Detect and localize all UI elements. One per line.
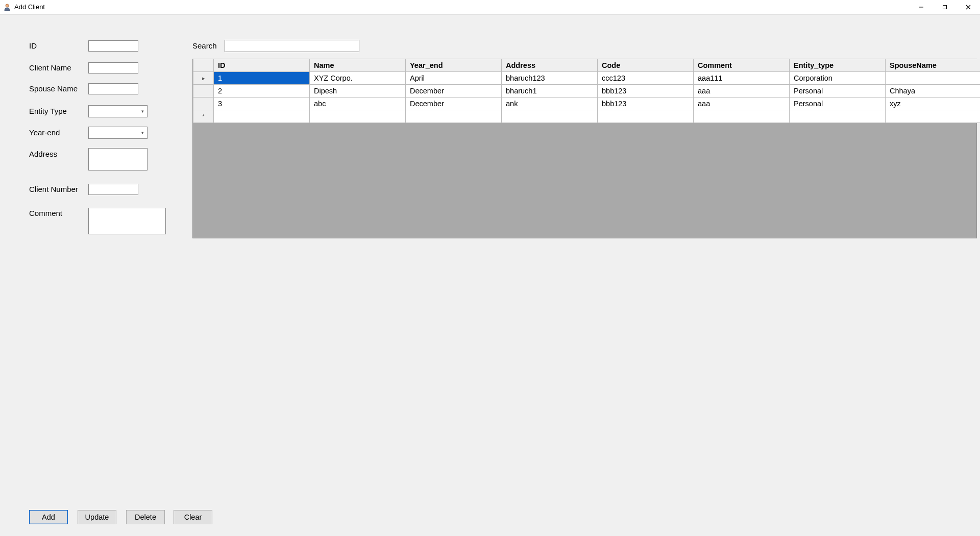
comment-label: Comment (29, 209, 62, 217)
svg-rect-2 (943, 6, 947, 9)
cell-code[interactable]: bbb123 (598, 98, 694, 110)
entity-type-combo[interactable]: ▾ (88, 105, 148, 117)
cell-comment[interactable]: aaa111 (694, 72, 790, 85)
svg-point-0 (6, 4, 9, 7)
row-indicator-new: * (193, 110, 214, 123)
grid-corner (193, 59, 214, 72)
cell-id[interactable]: 1 (214, 72, 310, 85)
col-entity-type[interactable]: Entity_type (790, 59, 886, 72)
comment-input[interactable] (88, 208, 166, 234)
search-label: Search (192, 41, 217, 50)
row-indicator (193, 98, 214, 110)
table-row[interactable]: 2 Dipesh December bharuch1 bbb123 aaa Pe… (193, 85, 981, 98)
address-label: Address (29, 150, 57, 158)
client-area: ID Client Name Spouse Name Entity Type ▾… (0, 15, 980, 536)
cell-year-end[interactable]: December (406, 85, 502, 98)
year-end-combo[interactable]: ▾ (88, 127, 148, 139)
cell-entity-type[interactable]: Personal (790, 85, 886, 98)
row-indicator (193, 85, 214, 98)
cell-id[interactable]: 3 (214, 98, 310, 110)
client-name-label: Client Name (29, 63, 71, 72)
table-row[interactable]: 3 abc December ank bbb123 aaa Personal x… (193, 98, 981, 110)
cell-address[interactable]: bharuch1 (502, 85, 598, 98)
cell-year-end[interactable]: April (406, 72, 502, 85)
col-id[interactable]: ID (214, 59, 310, 72)
client-name-input[interactable] (88, 62, 138, 74)
cell-name[interactable]: XYZ Corpo. (310, 72, 406, 85)
cell-year-end[interactable] (406, 110, 502, 123)
cell-code[interactable]: bbb123 (598, 85, 694, 98)
row-indicator-current: ▸ (193, 72, 214, 85)
search-input[interactable] (225, 40, 359, 52)
table-new-row[interactable]: * (193, 110, 981, 123)
cell-code[interactable] (598, 110, 694, 123)
client-grid[interactable]: ID Name Year_end Address Code Comment En… (192, 59, 977, 238)
cell-code[interactable]: ccc123 (598, 72, 694, 85)
cell-name[interactable]: abc (310, 98, 406, 110)
cell-comment[interactable]: aaa (694, 98, 790, 110)
cell-name[interactable]: Dipesh (310, 85, 406, 98)
col-comment[interactable]: Comment (694, 59, 790, 72)
col-name[interactable]: Name (310, 59, 406, 72)
table-row[interactable]: ▸ 1 XYZ Corpo. April bharuch123 ccc123 a… (193, 72, 981, 85)
spouse-name-label: Spouse Name (29, 84, 78, 93)
cell-id[interactable]: 2 (214, 85, 310, 98)
cell-spouse-name[interactable]: Chhaya (886, 85, 981, 98)
year-end-label: Year-end (29, 128, 60, 137)
cell-address[interactable]: bharuch123 (502, 72, 598, 85)
cell-address[interactable]: ank (502, 98, 598, 110)
close-button[interactable] (957, 0, 980, 14)
id-label: ID (29, 41, 37, 50)
app-icon (3, 3, 11, 11)
entity-type-label: Entity Type (29, 107, 67, 115)
cell-entity-type[interactable]: Personal (790, 98, 886, 110)
cell-id[interactable] (214, 110, 310, 123)
id-input[interactable] (88, 40, 138, 52)
cell-spouse-name[interactable] (886, 110, 981, 123)
delete-button[interactable]: Delete (126, 510, 165, 524)
chevron-down-icon: ▾ (138, 127, 147, 138)
cell-comment[interactable]: aaa (694, 85, 790, 98)
cell-year-end[interactable]: December (406, 98, 502, 110)
col-spouse-name[interactable]: SpouseName (886, 59, 981, 72)
add-button[interactable]: Add (29, 510, 68, 524)
cell-spouse-name[interactable] (886, 72, 981, 85)
cell-entity-type[interactable] (790, 110, 886, 123)
client-number-label: Client Number (29, 185, 78, 193)
column-header-row: ID Name Year_end Address Code Comment En… (193, 59, 981, 72)
client-number-input[interactable] (88, 184, 138, 195)
window-title: Add Client (14, 0, 45, 14)
update-button[interactable]: Update (78, 510, 116, 524)
spouse-name-input[interactable] (88, 83, 138, 94)
maximize-button[interactable] (933, 0, 957, 14)
col-code[interactable]: Code (598, 59, 694, 72)
cell-name[interactable] (310, 110, 406, 123)
col-address[interactable]: Address (502, 59, 598, 72)
clear-button[interactable]: Clear (174, 510, 212, 524)
minimize-button[interactable] (910, 0, 933, 14)
cell-address[interactable] (502, 110, 598, 123)
col-year-end[interactable]: Year_end (406, 59, 502, 72)
title-bar: Add Client (0, 0, 980, 15)
cell-comment[interactable] (694, 110, 790, 123)
cell-spouse-name[interactable]: xyz (886, 98, 981, 110)
address-input[interactable] (88, 148, 148, 170)
chevron-down-icon: ▾ (138, 106, 147, 117)
cell-entity-type[interactable]: Corporation (790, 72, 886, 85)
